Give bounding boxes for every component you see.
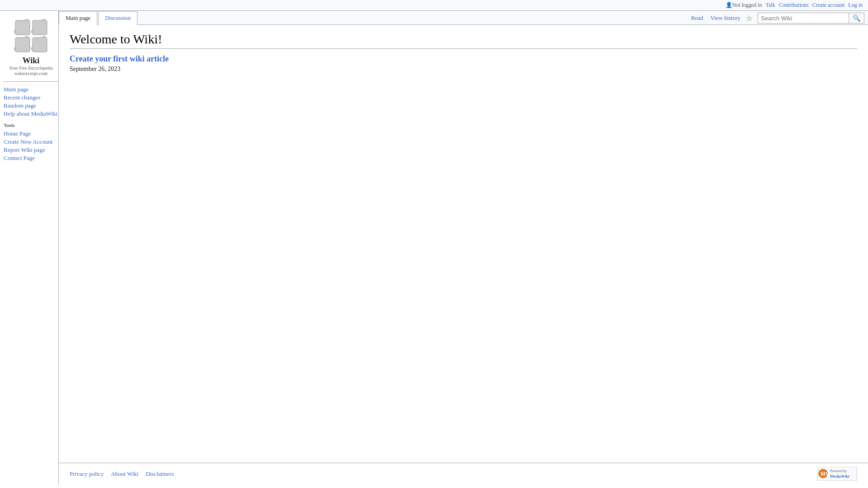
svg-rect-3 [33, 38, 47, 52]
sidebar-item-help-mediawiki[interactable]: Help about MediaWiki [4, 110, 58, 118]
article-link[interactable]: Create your first wiki article [70, 54, 857, 64]
sidebar: Wiki Your Free Encyclopedia wikiexcerpt.… [0, 11, 59, 484]
footer-links: Privacy policy About Wiki Disclaimers [70, 470, 174, 478]
search-icon: 🔍 [853, 14, 860, 22]
sidebar-item-report-wiki-page[interactable]: Report Wiki page [4, 146, 58, 154]
logo-area: Wiki Your Free Encyclopedia wikiexcerpt.… [4, 14, 58, 82]
action-view-history[interactable]: View history [707, 12, 744, 24]
svg-rect-0 [15, 20, 30, 35]
sidebar-item-contact-page[interactable]: Contact Page [4, 154, 58, 162]
page-title: Welcome to Wiki! [70, 32, 857, 49]
svg-rect-2 [15, 38, 30, 52]
mediawiki-logo: MW Powered by MediaWiki [817, 467, 857, 481]
search-button[interactable]: 🔍 [849, 13, 864, 23]
view-actions: Read View history ☆ 🔍 [688, 12, 868, 24]
sidebar-item-random-page[interactable]: Random page [4, 102, 58, 110]
tools-section: Tools Home Page Create New Account Repor… [4, 122, 58, 162]
sidebar-item-home-page[interactable]: Home Page [4, 130, 58, 138]
not-logged-in-label: Not logged in [732, 2, 762, 9]
contributions-link[interactable]: Contributions [779, 2, 809, 9]
footer-logo: MW Powered by MediaWiki [817, 467, 857, 481]
logo-tagline: Your Free Encyclopedia [4, 66, 58, 70]
tools-title: Tools [4, 122, 58, 128]
main-wrapper: Main page Discussion Read View history ☆… [59, 11, 868, 484]
svg-text:MediaWiki: MediaWiki [830, 474, 849, 479]
create-account-link[interactable]: Create account [812, 2, 845, 9]
search-form: 🔍 [758, 13, 864, 23]
action-read[interactable]: Read [688, 12, 707, 24]
svg-rect-1 [33, 20, 47, 35]
svg-text:Powered by: Powered by [830, 469, 847, 473]
disclaimers-link[interactable]: Disclaimers [146, 470, 174, 478]
logo-title: Wiki [4, 56, 58, 66]
watchlist-star-button[interactable]: ☆ [744, 13, 754, 23]
sidebar-item-create-new-account[interactable]: Create New Account [4, 138, 58, 146]
page-layout: Wiki Your Free Encyclopedia wikiexcerpt.… [0, 11, 868, 484]
footer: Privacy policy About Wiki Disclaimers MW… [59, 463, 868, 484]
sidebar-item-main-page[interactable]: Main page [4, 85, 58, 94]
login-link[interactable]: Log in [848, 2, 863, 9]
tab-discussion[interactable]: Discussion [98, 11, 137, 25]
top-bar: 👤 Not logged in Talk Contributions Creat… [0, 0, 868, 11]
wiki-logo [13, 18, 49, 54]
page-tabs: Main page Discussion [59, 11, 138, 24]
talk-link[interactable]: Talk [766, 2, 775, 9]
sidebar-item-recent-changes[interactable]: Recent changes [4, 94, 58, 102]
content-area: Welcome to Wiki! Create your first wiki … [59, 25, 868, 463]
navigation-section: Main page Recent changes Random page Hel… [4, 85, 58, 118]
about-wiki-link[interactable]: About Wiki [111, 470, 138, 478]
logo-domain: wikiexcerpt.com [4, 70, 58, 76]
tab-main-page[interactable]: Main page [59, 11, 97, 25]
svg-text:MW: MW [821, 471, 831, 477]
search-input[interactable] [758, 14, 849, 23]
article-date: September 26, 2023 [70, 66, 857, 73]
mediawiki-logo-svg: MW Powered by MediaWiki [818, 467, 857, 481]
privacy-policy-link[interactable]: Privacy policy [70, 470, 104, 478]
user-icon: 👤 [726, 2, 732, 9]
tab-bar: Main page Discussion Read View history ☆… [59, 11, 868, 25]
